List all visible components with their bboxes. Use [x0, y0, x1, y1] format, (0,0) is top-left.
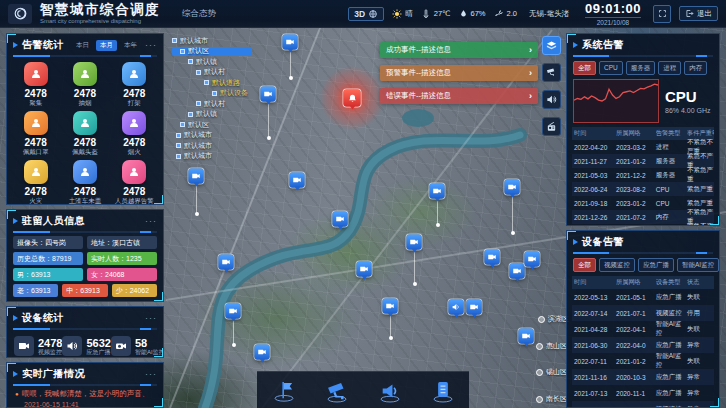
camera-marker[interactable]	[261, 87, 276, 102]
filter-tab[interactable]: 内存	[684, 61, 707, 75]
filter-tab[interactable]: 应急广播	[638, 258, 674, 272]
video-camera-icon	[226, 304, 241, 319]
table-row[interactable]: 2021-01-01 2021-08-2 内存 紧急不严重	[572, 224, 714, 226]
tree-item[interactable]: 默认区	[172, 120, 252, 129]
more-menu-button[interactable]: ···	[145, 313, 157, 323]
camera-marker[interactable]	[505, 180, 520, 195]
period-tab[interactable]: 本月	[96, 40, 117, 51]
filter-tab[interactable]: 全部	[573, 61, 596, 75]
tree-item[interactable]: 默认城市	[172, 152, 252, 161]
fullscreen-button[interactable]	[653, 5, 671, 23]
thermometer-icon	[421, 9, 431, 19]
camera-marker[interactable]	[510, 264, 525, 279]
connector-line	[268, 104, 269, 138]
district-label[interactable]: 南长区	[536, 394, 567, 404]
more-menu-button[interactable]: ···	[145, 216, 157, 226]
table-row[interactable]: 2022-02-17 2020-11-2 视频监控 异常	[572, 401, 714, 408]
camera-marker[interactable]	[255, 345, 270, 360]
alarm-stat-card[interactable]: 2478 抽烟	[60, 62, 109, 108]
camera-marker[interactable]	[383, 299, 398, 314]
camera-marker[interactable]	[226, 304, 241, 319]
filter-tab[interactable]: 进程	[658, 61, 681, 75]
tree-item[interactable]: 默认镇	[172, 57, 252, 66]
radio-toggle-button[interactable]	[542, 117, 561, 136]
device-tool-button[interactable]	[428, 376, 458, 406]
alert-marker[interactable]	[344, 90, 361, 107]
camera-marker[interactable]	[430, 184, 445, 199]
chevron-right-icon[interactable]: ›	[529, 45, 532, 55]
table-row[interactable]: 2021-05-03 2021-12-2 服务器 不紧急严重	[572, 168, 714, 182]
table-row[interactable]: 2022-07-14 2021-07-1 视频监控 停用	[572, 305, 714, 321]
alarm-stat-card[interactable]: 2478 佩戴口罩	[11, 111, 60, 157]
device-stat-ai[interactable]: 58 智能AI监控	[111, 336, 164, 356]
alarm-stat-card[interactable]: 2478 土渣车未盖	[60, 160, 109, 205]
camera-marker[interactable]	[525, 252, 540, 267]
tree-item[interactable]: 默认村	[172, 68, 252, 77]
table-row[interactable]: 2022-05-13 2021-05-1 应急广播 失联	[572, 289, 714, 305]
table-row[interactable]: 2022-06-24 2023-08-2 CPU 紧急严重	[572, 182, 714, 196]
district-label[interactable]: 锡山区	[536, 367, 567, 377]
camera-marker[interactable]	[485, 250, 500, 265]
device-stat-video[interactable]: 2478 视频监控	[14, 336, 62, 356]
tree-item[interactable]: 默认城市	[172, 141, 252, 150]
mode-3d-button[interactable]: 3D	[348, 7, 384, 21]
camera-toggle-button[interactable]	[542, 63, 561, 82]
camera-marker[interactable]	[189, 169, 204, 184]
alarm-stat-card[interactable]: 2478 火灾	[11, 160, 60, 205]
table-row[interactable]: 2021-07-13 2020-11-1 应急广播 异常	[572, 385, 714, 401]
tree-item[interactable]: 默认区	[172, 47, 252, 56]
tree-item[interactable]: 默认设备	[172, 89, 252, 98]
camera-marker[interactable]	[467, 300, 482, 315]
nav-tab-overview[interactable]: 综合态势	[182, 8, 216, 20]
camera-marker[interactable]	[519, 329, 534, 344]
district-label[interactable]: 惠山区	[536, 341, 567, 351]
chevron-right-icon[interactable]: ›	[529, 68, 532, 78]
camera-tool-button[interactable]	[322, 376, 352, 406]
tree-item[interactable]: 默认村	[172, 99, 252, 108]
alarm-label: 土渣车未盖	[69, 197, 102, 205]
more-menu-button[interactable]: ···	[145, 40, 157, 50]
alarm-stat-card[interactable]: 2478 聚集	[11, 62, 60, 108]
filter-tab[interactable]: CPU	[599, 61, 623, 75]
table-row[interactable]: 2021-11-16 2020-10-3 应急广播 异常	[572, 369, 714, 385]
filter-tab[interactable]: 智能AI监控	[677, 258, 719, 272]
exit-button[interactable]: 退出	[679, 6, 718, 21]
period-tab[interactable]: 本日	[72, 40, 93, 51]
camera-marker[interactable]	[357, 262, 372, 277]
camera-marker[interactable]	[290, 173, 305, 188]
broadcast-tool-button[interactable]	[375, 376, 405, 406]
table-row[interactable]: 2021-06-30 2022-04-0 应急广播 异常	[572, 337, 714, 353]
camera-marker[interactable]	[407, 235, 422, 250]
table-row[interactable]: 2022-07-11 2021-01-2 智能AI监控 失联	[572, 353, 714, 369]
connector-line	[290, 52, 291, 78]
alarm-stat-card[interactable]: 2478 打架	[110, 62, 159, 108]
alarm-stat-card[interactable]: 2478 人员越界告警	[110, 160, 159, 205]
filter-tab[interactable]: 全部	[573, 258, 596, 272]
connector-line	[512, 197, 513, 233]
layers-toggle-button[interactable]	[542, 36, 561, 55]
event-toast[interactable]: 预警事件--描述信息 ›	[380, 65, 538, 81]
alarm-stat-card[interactable]: 2478 烟火	[110, 111, 159, 157]
camera-marker[interactable]	[219, 255, 234, 270]
event-toast[interactable]: 成功事件--描述信息 ›	[380, 42, 538, 58]
period-tab[interactable]: 本年	[120, 40, 141, 51]
camera-marker[interactable]	[333, 212, 348, 227]
camera-marker[interactable]	[283, 35, 298, 50]
tree-item[interactable]: 默认镇	[172, 110, 252, 119]
event-toast[interactable]: 错误事件--描述信息 ›	[380, 88, 538, 104]
tree-item[interactable]: 默认城市	[172, 131, 252, 140]
filter-tab[interactable]: 视频监控	[599, 258, 635, 272]
filter-tab[interactable]: 服务器	[626, 61, 656, 75]
chevron-right-icon[interactable]: ›	[529, 91, 532, 101]
tree-node-icon	[176, 133, 181, 138]
events-tool-button[interactable]	[269, 376, 299, 406]
table-row[interactable]: 2021-04-28 2022-04-1 智能AI监控 失联	[572, 321, 714, 337]
device-stat-broadcast[interactable]: 5632 应急广播	[62, 336, 110, 356]
more-menu-button[interactable]: ···	[145, 369, 157, 379]
speaker-toggle-button[interactable]	[542, 90, 561, 109]
speaker-marker[interactable]	[449, 300, 464, 315]
district-label[interactable]: 滨湖区	[538, 314, 569, 324]
alarm-stat-card[interactable]: 2478 佩戴头盔	[60, 111, 109, 157]
tree-item[interactable]: 默认道路	[172, 78, 252, 87]
tree-item[interactable]: 默认城市	[172, 36, 252, 45]
